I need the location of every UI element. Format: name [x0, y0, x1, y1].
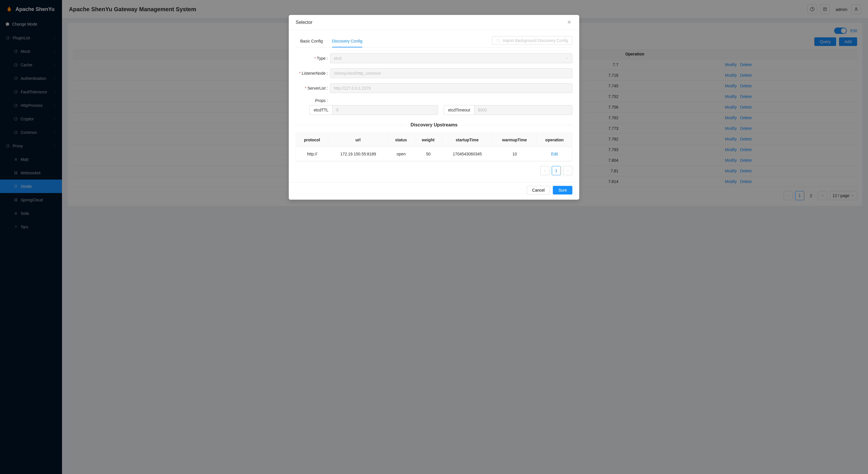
chevron-left-icon [544, 169, 546, 172]
col-startupTime: startupTime [442, 133, 493, 147]
prop-addon: etcdTTL [309, 105, 332, 115]
upstream-pagination: 1 [296, 166, 572, 175]
prop-etcdttl: etcdTTL 5 [309, 105, 438, 115]
listener-placeholder: /shenyu/test/http_common [334, 71, 381, 76]
col-status: status [388, 133, 414, 147]
col-operation: operation [537, 133, 572, 147]
close-icon [567, 20, 572, 25]
prop-input-etcdtimeout[interactable]: 3000 [474, 105, 572, 115]
cell-weight: 50 [414, 147, 442, 161]
upstreams-title: Discovery Upstreams [406, 122, 462, 127]
upstreams-table: protocolurlstatusweightstartupTimewarmup… [296, 133, 572, 161]
modal-tabs: Basic Config Discovery Config [296, 36, 362, 48]
cell-url: 172.19.150.55:8189 [329, 147, 388, 161]
listener-input[interactable]: /shenyu/test/http_common [330, 68, 572, 78]
modal-close-button[interactable] [567, 20, 572, 25]
type-select[interactable]: etcd [330, 53, 572, 63]
up-page-prev[interactable] [540, 166, 549, 175]
col-protocol: protocol [296, 133, 329, 147]
prop-input-etcdttl[interactable]: 5 [332, 105, 438, 115]
selector-modal: Selector Basic Config Discovery Config I… [289, 15, 579, 200]
serverlist-input[interactable]: http://127.0.0.1:2379 [330, 83, 572, 93]
sure-button[interactable]: Sure [553, 186, 572, 195]
props-label: Props [296, 98, 330, 103]
col-url: url [329, 133, 388, 147]
type-value: etcd [334, 56, 341, 61]
modal-title: Selector [296, 20, 313, 25]
up-page-1[interactable]: 1 [552, 166, 561, 175]
prop-addon: etcdTimeout [444, 105, 474, 115]
import-icon [496, 38, 500, 42]
table-row: http:// 172.19.150.55:8189 open 50 17045… [296, 147, 572, 161]
listener-label: ListenerNode [296, 71, 330, 76]
tab-basic-config[interactable]: Basic Config [300, 36, 323, 48]
cell-warmup: 10 [492, 147, 537, 161]
cell-protocol: http:// [296, 147, 329, 161]
cell-status: open [388, 147, 414, 161]
cancel-button[interactable]: Cancel [527, 186, 550, 195]
server-placeholder: http://127.0.0.1:2379 [334, 86, 371, 90]
prop-etcdtimeout: etcdTimeout 3000 [444, 105, 572, 115]
cell-startup: 1704543060345 [442, 147, 493, 161]
upstreams-divider: Discovery Upstreams [296, 122, 572, 127]
col-weight: weight [414, 133, 442, 147]
up-page-next[interactable] [563, 166, 572, 175]
col-warmupTime: warmupTime [492, 133, 537, 147]
server-label: ServerList [296, 86, 330, 90]
type-label: Type [296, 56, 330, 61]
chevron-right-icon [566, 169, 569, 172]
chevron-down-icon [565, 57, 569, 60]
upstream-edit-link[interactable]: Edit [551, 152, 558, 156]
import-discovery-button: Import Background Discovery Config [492, 36, 572, 45]
import-label: Import Background Discovery Config [503, 38, 568, 43]
tab-discovery-config[interactable]: Discovery Config [332, 36, 363, 48]
